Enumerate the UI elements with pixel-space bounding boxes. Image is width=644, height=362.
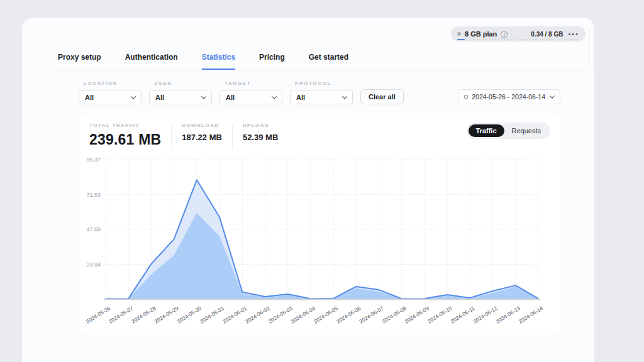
svg-text:2024-05-28: 2024-05-28 bbox=[130, 305, 157, 325]
filter-user: USER All bbox=[149, 80, 212, 104]
svg-text:23.84: 23.84 bbox=[86, 261, 101, 268]
stat-total-traffic: TOTAL TRAFFIC 239.61 MB bbox=[89, 123, 161, 148]
svg-text:2024-06-07: 2024-06-07 bbox=[358, 305, 384, 325]
stat-total-label: TOTAL TRAFFIC bbox=[89, 123, 161, 128]
stat-total-value: 239.61 MB bbox=[89, 131, 161, 148]
stat-download-value: 187.22 MB bbox=[182, 133, 222, 142]
svg-text:2024-06-12: 2024-06-12 bbox=[472, 305, 498, 325]
svg-text:2024-06-09: 2024-06-09 bbox=[404, 305, 430, 325]
filters-row: LOCATION All USER All TARGET All bbox=[79, 80, 560, 104]
plan-progress-fill bbox=[457, 39, 465, 40]
app-panel: 8 GB plan i 0.34 / 8 GB ••• Proxy setup … bbox=[22, 18, 594, 362]
svg-text:2024-06-05: 2024-06-05 bbox=[313, 305, 339, 325]
card-header: TOTAL TRAFFIC 239.61 MB DOWNLOAD 187.22 … bbox=[79, 113, 560, 153]
svg-text:2024-06-08: 2024-06-08 bbox=[381, 305, 408, 325]
svg-text:2024-05-26: 2024-05-26 bbox=[85, 305, 111, 325]
filter-user-label: USER bbox=[154, 80, 212, 86]
plan-status-dot-icon bbox=[457, 32, 461, 36]
protocol-select-value: All bbox=[296, 94, 305, 101]
target-select[interactable]: All bbox=[219, 90, 282, 104]
tab-authentication[interactable]: Authentication bbox=[125, 53, 178, 70]
filter-protocol-label: PROTOCOL bbox=[295, 80, 353, 86]
tab-get-started[interactable]: Get started bbox=[309, 53, 348, 70]
filter-target: TARGET All bbox=[219, 80, 282, 104]
tab-pricing[interactable]: Pricing bbox=[259, 53, 285, 70]
protocol-select[interactable]: All bbox=[290, 90, 353, 104]
chevron-down-icon bbox=[550, 93, 555, 98]
chevron-down-icon bbox=[272, 94, 277, 99]
stat-upload-value: 52.39 MB bbox=[243, 133, 278, 142]
tab-bar: Proxy setup Authentication Statistics Pr… bbox=[53, 53, 588, 70]
info-icon[interactable]: i bbox=[501, 31, 508, 38]
traffic-chart-svg: 23.8447.6871.5395.372024-05-262024-05-27… bbox=[79, 155, 560, 334]
tab-proxy-setup[interactable]: Proxy setup bbox=[58, 53, 101, 70]
chevron-down-icon bbox=[201, 94, 206, 99]
user-select[interactable]: All bbox=[149, 90, 212, 104]
user-select-value: All bbox=[155, 94, 164, 101]
divider bbox=[171, 124, 172, 150]
date-range-value: 2024-05-26 - 2024-06-14 bbox=[472, 93, 545, 101]
stat-upload-label: UPLOAD bbox=[243, 123, 278, 128]
chevron-down-icon bbox=[131, 94, 136, 99]
location-select-value: All bbox=[85, 94, 94, 101]
svg-text:71.53: 71.53 bbox=[86, 192, 101, 198]
stat-download-label: DOWNLOAD bbox=[182, 123, 222, 128]
svg-text:2024-05-31: 2024-05-31 bbox=[199, 305, 225, 325]
stat-download: DOWNLOAD 187.22 MB bbox=[182, 123, 222, 142]
plan-progress-track bbox=[457, 39, 579, 40]
svg-text:2024-06-02: 2024-06-02 bbox=[244, 305, 270, 325]
svg-text:47.68: 47.68 bbox=[86, 226, 101, 233]
plan-usage-value: 0.34 / 8 GB bbox=[531, 31, 563, 38]
filter-location-label: LOCATION bbox=[84, 80, 142, 86]
plan-name: 8 GB plan bbox=[465, 30, 497, 38]
tab-statistics[interactable]: Statistics bbox=[202, 53, 235, 70]
svg-text:95.37: 95.37 bbox=[86, 156, 101, 163]
toggle-traffic[interactable]: Traffic bbox=[469, 124, 504, 137]
statistics-card: TOTAL TRAFFIC 239.61 MB DOWNLOAD 187.22 … bbox=[79, 113, 560, 336]
traffic-requests-toggle: Traffic Requests bbox=[467, 123, 551, 139]
location-select[interactable]: All bbox=[79, 90, 142, 104]
traffic-area-chart: 23.8447.6871.5395.372024-05-262024-05-27… bbox=[79, 155, 560, 334]
svg-text:2024-06-11: 2024-06-11 bbox=[450, 305, 476, 324]
target-select-value: All bbox=[226, 94, 235, 101]
scrollbar-thumb[interactable] bbox=[589, 29, 594, 67]
plan-usage-pill[interactable]: 8 GB plan i 0.34 / 8 GB ••• bbox=[451, 26, 586, 41]
divider bbox=[232, 124, 233, 150]
svg-text:2024-06-03: 2024-06-03 bbox=[267, 305, 294, 325]
svg-text:2024-06-13: 2024-06-13 bbox=[495, 305, 521, 325]
svg-text:2024-06-04: 2024-06-04 bbox=[290, 305, 316, 325]
page-background: 8 GB plan i 0.34 / 8 GB ••• Proxy setup … bbox=[0, 0, 644, 362]
svg-text:2024-05-29: 2024-05-29 bbox=[153, 305, 179, 325]
svg-text:2024-06-14: 2024-06-14 bbox=[518, 305, 544, 325]
filter-protocol: PROTOCOL All bbox=[290, 80, 353, 104]
filter-target-label: TARGET bbox=[225, 80, 282, 86]
svg-text:2024-06-06: 2024-06-06 bbox=[335, 305, 362, 325]
chevron-down-icon bbox=[342, 94, 347, 99]
calendar-icon bbox=[464, 95, 468, 99]
toggle-requests[interactable]: Requests bbox=[504, 124, 548, 137]
svg-text:2024-05-27: 2024-05-27 bbox=[108, 305, 134, 325]
date-range-picker[interactable]: 2024-05-26 - 2024-06-14 bbox=[458, 89, 560, 104]
svg-text:2024-06-01: 2024-06-01 bbox=[221, 305, 248, 325]
filter-location: LOCATION All bbox=[79, 80, 142, 104]
more-options-icon[interactable]: ••• bbox=[568, 31, 579, 37]
svg-text:2024-06-10: 2024-06-10 bbox=[426, 305, 453, 325]
svg-text:2024-05-30: 2024-05-30 bbox=[176, 305, 203, 325]
stat-upload: UPLOAD 52.39 MB bbox=[243, 123, 278, 142]
clear-all-button[interactable]: Clear all bbox=[360, 89, 404, 104]
